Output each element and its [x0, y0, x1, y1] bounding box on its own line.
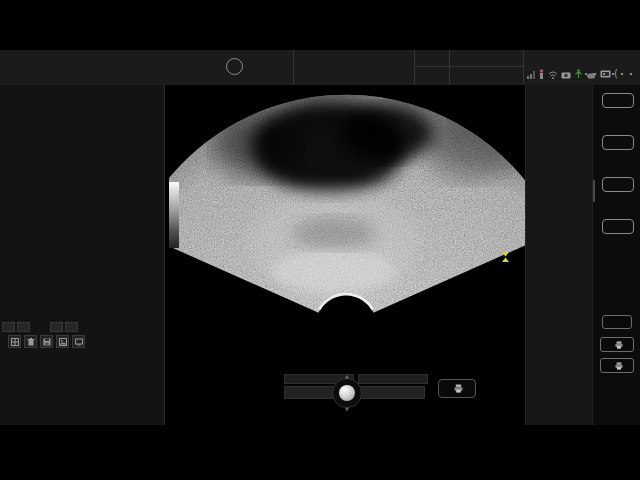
- network-icon: [574, 69, 583, 79]
- probe-icon: [538, 69, 545, 79]
- prev-page-button[interactable]: [17, 322, 30, 332]
- grayscale-bar: [169, 182, 179, 248]
- trackball-icon: ▲ ▼: [332, 378, 362, 408]
- clipboard-panel: [0, 85, 165, 425]
- divider: [523, 50, 524, 85]
- overview-button[interactable]: [72, 335, 85, 348]
- grid-view-button[interactable]: [8, 335, 21, 348]
- select-left-button[interactable]: [284, 386, 338, 399]
- p2-print-button[interactable]: [600, 358, 634, 373]
- p1-print-button[interactable]: [438, 379, 476, 398]
- ultrasound-image-area: ▲ ▼: [165, 85, 525, 425]
- f4-button[interactable]: [602, 315, 632, 329]
- mode-button-bflow[interactable]: [602, 135, 634, 150]
- image-button[interactable]: [56, 335, 69, 348]
- menu-dots-handle[interactable]: [585, 73, 632, 75]
- last-page-button[interactable]: [65, 322, 78, 332]
- pointer-mode-button[interactable]: [358, 374, 428, 384]
- wireless-icon: [548, 70, 558, 79]
- delete-button[interactable]: [24, 335, 37, 348]
- title-bar: (: [0, 50, 640, 86]
- next-page-button[interactable]: [50, 322, 63, 332]
- mode-button-breastcare[interactable]: [602, 219, 634, 234]
- p3-print-button[interactable]: [600, 337, 634, 352]
- printer-icon: [615, 341, 623, 349]
- camera-icon: [561, 71, 571, 79]
- ge-logo-icon: [226, 58, 243, 75]
- focus-marker-icon: [502, 252, 509, 262]
- signal-icon: [527, 70, 535, 79]
- divider: [414, 50, 415, 85]
- ultrasound-screen: (: [0, 0, 640, 480]
- divider: [449, 50, 450, 85]
- printer-icon: [615, 362, 623, 370]
- divider: [293, 50, 294, 85]
- mode-button-logiqview[interactable]: [602, 177, 634, 192]
- clipboard-toolbar: [8, 335, 85, 348]
- select-right-button[interactable]: [352, 386, 425, 399]
- side-button-column: [592, 85, 640, 425]
- save-button[interactable]: [40, 335, 53, 348]
- main-content: ▲ ▼: [0, 85, 640, 425]
- mode-button-2d4d[interactable]: [602, 93, 634, 108]
- scrollbar-thumb[interactable]: [593, 180, 595, 202]
- first-page-button[interactable]: [2, 322, 15, 332]
- printer-icon: [454, 384, 463, 393]
- divider: [414, 66, 523, 67]
- imaging-params-panel: [525, 85, 593, 425]
